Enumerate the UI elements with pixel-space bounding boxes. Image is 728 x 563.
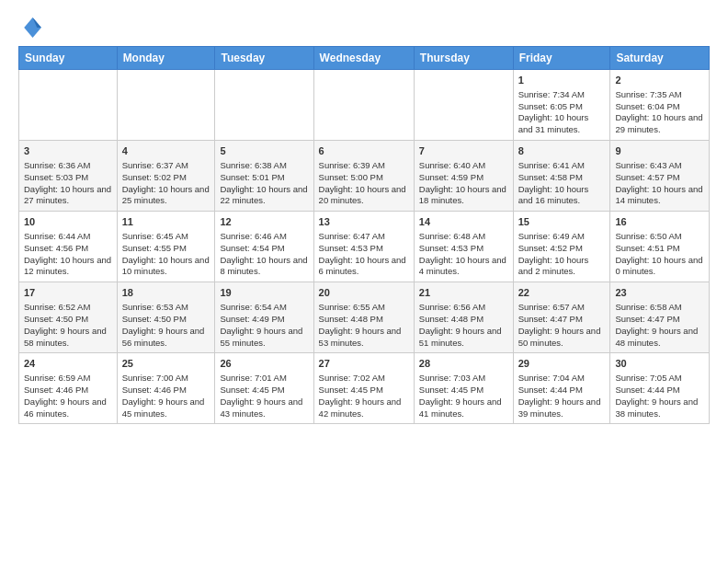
calendar-cell: 30Sunrise: 7:05 AM Sunset: 4:44 PM Dayli… (610, 353, 710, 424)
calendar-cell (117, 70, 215, 141)
day-number: 23 (615, 286, 704, 300)
day-number: 18 (122, 286, 210, 300)
day-info: Sunrise: 7:00 AM Sunset: 4:46 PM Dayligh… (122, 373, 210, 419)
logo-icon (18, 15, 44, 40)
day-info: Sunrise: 6:44 AM Sunset: 4:56 PM Dayligh… (24, 231, 112, 278)
calendar-cell: 5Sunrise: 6:38 AM Sunset: 5:01 PM Daylig… (215, 141, 313, 212)
day-number: 29 (518, 357, 606, 371)
page: SundayMondayTuesdayWednesdayThursdayFrid… (0, 0, 728, 433)
day-info: Sunrise: 6:41 AM Sunset: 4:58 PM Dayligh… (518, 160, 606, 207)
calendar-table: SundayMondayTuesdayWednesdayThursdayFrid… (18, 46, 710, 424)
day-number: 3 (24, 144, 112, 158)
days-of-week-row: SundayMondayTuesdayWednesdayThursdayFrid… (19, 47, 710, 70)
day-info: Sunrise: 6:38 AM Sunset: 5:01 PM Dayligh… (220, 160, 308, 207)
calendar-cell: 27Sunrise: 7:02 AM Sunset: 4:45 PM Dayli… (313, 353, 414, 424)
logo (18, 15, 48, 40)
day-info: Sunrise: 6:50 AM Sunset: 4:51 PM Dayligh… (615, 231, 704, 278)
day-info: Sunrise: 6:37 AM Sunset: 5:02 PM Dayligh… (122, 160, 210, 207)
day-info: Sunrise: 7:05 AM Sunset: 4:44 PM Dayligh… (615, 373, 704, 419)
calendar-cell (19, 70, 118, 141)
day-of-week-header: Thursday (414, 47, 513, 70)
calendar-cell: 18Sunrise: 6:53 AM Sunset: 4:50 PM Dayli… (117, 282, 215, 353)
calendar-body: 1Sunrise: 7:34 AM Sunset: 6:05 PM Daylig… (19, 70, 710, 424)
day-number: 11 (122, 215, 210, 229)
day-number: 2 (615, 74, 704, 87)
header (18, 15, 710, 40)
day-info: Sunrise: 7:01 AM Sunset: 4:45 PM Dayligh… (220, 373, 308, 419)
calendar-cell: 16Sunrise: 6:50 AM Sunset: 4:51 PM Dayli… (610, 212, 710, 282)
day-number: 4 (122, 144, 210, 158)
day-info: Sunrise: 6:55 AM Sunset: 4:48 PM Dayligh… (319, 302, 409, 349)
day-number: 14 (419, 215, 508, 229)
day-of-week-header: Saturday (610, 47, 710, 70)
calendar-cell: 24Sunrise: 6:59 AM Sunset: 4:46 PM Dayli… (19, 353, 118, 424)
day-number: 12 (220, 215, 308, 229)
calendar-cell: 20Sunrise: 6:55 AM Sunset: 4:48 PM Dayli… (313, 282, 414, 353)
day-of-week-header: Sunday (19, 47, 118, 70)
day-number: 13 (319, 215, 409, 229)
calendar-week-row: 1Sunrise: 7:34 AM Sunset: 6:05 PM Daylig… (19, 70, 710, 141)
day-info: Sunrise: 7:34 AM Sunset: 6:05 PM Dayligh… (518, 89, 606, 136)
day-number: 6 (319, 144, 409, 158)
calendar-week-row: 17Sunrise: 6:52 AM Sunset: 4:50 PM Dayli… (19, 282, 710, 353)
day-info: Sunrise: 6:53 AM Sunset: 4:50 PM Dayligh… (122, 302, 210, 349)
day-number: 28 (419, 357, 508, 371)
day-number: 7 (419, 144, 508, 158)
calendar-cell: 14Sunrise: 6:48 AM Sunset: 4:53 PM Dayli… (414, 212, 513, 282)
day-number: 21 (419, 286, 508, 300)
day-info: Sunrise: 6:39 AM Sunset: 5:00 PM Dayligh… (319, 160, 409, 207)
calendar-cell (215, 70, 313, 141)
day-info: Sunrise: 6:58 AM Sunset: 4:47 PM Dayligh… (615, 302, 704, 349)
calendar-week-row: 10Sunrise: 6:44 AM Sunset: 4:56 PM Dayli… (19, 212, 710, 282)
calendar-cell: 26Sunrise: 7:01 AM Sunset: 4:45 PM Dayli… (215, 353, 313, 424)
day-number: 26 (220, 357, 308, 371)
day-info: Sunrise: 7:02 AM Sunset: 4:45 PM Dayligh… (319, 373, 409, 419)
day-of-week-header: Friday (513, 47, 610, 70)
day-number: 15 (518, 215, 606, 229)
day-info: Sunrise: 6:46 AM Sunset: 4:54 PM Dayligh… (220, 231, 308, 278)
day-number: 5 (220, 144, 308, 158)
day-info: Sunrise: 6:59 AM Sunset: 4:46 PM Dayligh… (24, 373, 112, 419)
day-info: Sunrise: 6:48 AM Sunset: 4:53 PM Dayligh… (419, 231, 508, 278)
calendar-cell: 23Sunrise: 6:58 AM Sunset: 4:47 PM Dayli… (610, 282, 710, 353)
calendar-cell: 21Sunrise: 6:56 AM Sunset: 4:48 PM Dayli… (414, 282, 513, 353)
day-number: 9 (615, 144, 704, 158)
day-info: Sunrise: 6:57 AM Sunset: 4:47 PM Dayligh… (518, 302, 606, 349)
calendar-cell: 29Sunrise: 7:04 AM Sunset: 4:44 PM Dayli… (513, 353, 610, 424)
day-info: Sunrise: 7:35 AM Sunset: 6:04 PM Dayligh… (615, 89, 704, 136)
day-info: Sunrise: 6:40 AM Sunset: 4:59 PM Dayligh… (419, 160, 508, 207)
calendar-cell: 7Sunrise: 6:40 AM Sunset: 4:59 PM Daylig… (414, 141, 513, 212)
calendar-cell: 15Sunrise: 6:49 AM Sunset: 4:52 PM Dayli… (513, 212, 610, 282)
calendar-cell: 4Sunrise: 6:37 AM Sunset: 5:02 PM Daylig… (117, 141, 215, 212)
calendar-week-row: 3Sunrise: 6:36 AM Sunset: 5:03 PM Daylig… (19, 141, 710, 212)
calendar-cell: 11Sunrise: 6:45 AM Sunset: 4:55 PM Dayli… (117, 212, 215, 282)
day-number: 19 (220, 286, 308, 300)
calendar-cell: 12Sunrise: 6:46 AM Sunset: 4:54 PM Dayli… (215, 212, 313, 282)
day-info: Sunrise: 7:04 AM Sunset: 4:44 PM Dayligh… (518, 373, 606, 419)
day-info: Sunrise: 6:52 AM Sunset: 4:50 PM Dayligh… (24, 302, 112, 349)
day-number: 25 (122, 357, 210, 371)
day-number: 20 (319, 286, 409, 300)
calendar-cell: 19Sunrise: 6:54 AM Sunset: 4:49 PM Dayli… (215, 282, 313, 353)
calendar-cell: 6Sunrise: 6:39 AM Sunset: 5:00 PM Daylig… (313, 141, 414, 212)
day-info: Sunrise: 7:03 AM Sunset: 4:45 PM Dayligh… (419, 373, 508, 419)
day-number: 17 (24, 286, 112, 300)
calendar-cell: 22Sunrise: 6:57 AM Sunset: 4:47 PM Dayli… (513, 282, 610, 353)
day-of-week-header: Monday (117, 47, 215, 70)
day-info: Sunrise: 6:47 AM Sunset: 4:53 PM Dayligh… (319, 231, 409, 278)
calendar-cell: 9Sunrise: 6:43 AM Sunset: 4:57 PM Daylig… (610, 141, 710, 212)
day-number: 22 (518, 286, 606, 300)
day-info: Sunrise: 6:49 AM Sunset: 4:52 PM Dayligh… (518, 231, 606, 278)
day-of-week-header: Wednesday (313, 47, 414, 70)
calendar-cell: 17Sunrise: 6:52 AM Sunset: 4:50 PM Dayli… (19, 282, 118, 353)
day-number: 8 (518, 144, 606, 158)
day-number: 30 (615, 357, 704, 371)
calendar-cell: 3Sunrise: 6:36 AM Sunset: 5:03 PM Daylig… (19, 141, 118, 212)
day-info: Sunrise: 6:43 AM Sunset: 4:57 PM Dayligh… (615, 160, 704, 207)
day-number: 24 (24, 357, 112, 371)
calendar-cell (313, 70, 414, 141)
day-number: 1 (518, 74, 606, 87)
calendar-cell: 2Sunrise: 7:35 AM Sunset: 6:04 PM Daylig… (610, 70, 710, 141)
calendar-cell (414, 70, 513, 141)
calendar-cell: 13Sunrise: 6:47 AM Sunset: 4:53 PM Dayli… (313, 212, 414, 282)
